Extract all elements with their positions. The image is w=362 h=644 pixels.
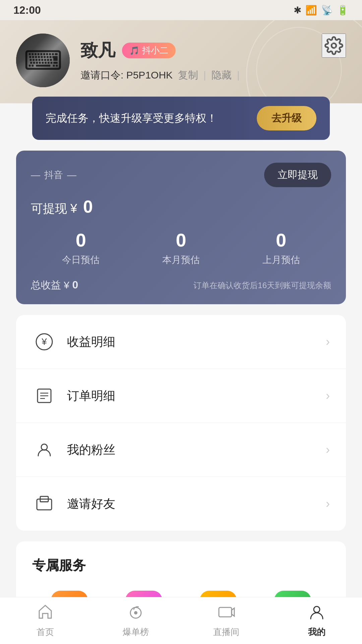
- signal-icon: 📶: [305, 5, 317, 16]
- platform-dash-1: —: [31, 170, 40, 180]
- arrow-icon-2: ›: [326, 389, 330, 403]
- nav-mine-label: 我的: [308, 626, 325, 638]
- nav-hotlist[interactable]: 爆单榜: [90, 598, 181, 643]
- withdraw-button[interactable]: 立即提现: [264, 163, 331, 187]
- arrow-icon-3: ›: [326, 443, 330, 457]
- divider-1: |: [203, 69, 206, 81]
- invite-row: 邀请口令: P5P1OHK 复制 | 隐藏 |: [80, 68, 346, 82]
- earnings-stats: 0 今日预估 0 本月预估 0 上月预估: [31, 229, 331, 266]
- services-title: 专属服务: [32, 556, 330, 575]
- month-stat: 0 本月预估: [162, 229, 200, 266]
- earnings-footer: 总收益 ¥ 0 订单在确认收货后16天到账可提现余额: [31, 278, 331, 292]
- total-earnings: 总收益 ¥ 0: [31, 278, 78, 292]
- profile-info: 致凡 🎵 抖小二 邀请口令: P5P1OHK 复制 | 隐藏 |: [80, 39, 346, 82]
- invite-code: P5P1OHK: [126, 69, 173, 80]
- settings-button[interactable]: [322, 34, 346, 58]
- battery-icon: 🔋: [337, 5, 349, 16]
- svg-rect-8: [37, 499, 52, 510]
- status-time: 12:00: [13, 4, 41, 16]
- menu-item-fans[interactable]: 我的粉丝 ›: [16, 423, 346, 477]
- status-icons: ✱ 📶 📡 🔋: [294, 5, 349, 16]
- menu-card: ¥ 收益明细 › 订单明细 › 我的粉丝 ›: [16, 315, 346, 531]
- earnings-platform: — 抖音 —: [31, 169, 76, 181]
- upgrade-banner: 完成任务，快速升级享受更多特权！ 去升级: [32, 97, 330, 140]
- copy-button[interactable]: 复制: [178, 68, 198, 82]
- nav-live[interactable]: 直播间: [181, 598, 272, 643]
- profile-badge: 🎵 抖小二: [122, 43, 176, 58]
- live-icon: [218, 603, 235, 624]
- badge-label: 抖小二: [142, 45, 168, 56]
- today-stat: 0 今日预估: [62, 229, 100, 266]
- earnings-card: — 抖音 — 立即提现 可提现 ¥ 0 0 今日预估 0 本月预估 0 上月预估…: [16, 151, 346, 304]
- divider-2: |: [237, 69, 240, 81]
- menu-item-invite[interactable]: 邀请好友 ›: [16, 477, 346, 531]
- invite-icon: [32, 492, 56, 516]
- earnings-available: 可提现 ¥ 0: [31, 197, 331, 217]
- fans-label: 我的粉丝: [67, 442, 326, 458]
- earnings-icon: ¥: [32, 330, 56, 354]
- platform-dash-2: —: [67, 170, 76, 180]
- wifi-icon: 📡: [321, 5, 333, 16]
- orders-icon: [32, 384, 56, 408]
- profile-name: 致凡: [80, 39, 115, 62]
- arrow-icon: ›: [326, 335, 330, 349]
- earnings-note: 订单在确认收货后16天到账可提现余额: [193, 280, 331, 291]
- avatar-image: [16, 34, 70, 87]
- month-value: 0: [162, 229, 200, 251]
- gear-icon: [324, 36, 343, 55]
- avatar: [16, 34, 70, 87]
- svg-point-7: [41, 444, 47, 450]
- nav-home-label: 首页: [37, 626, 54, 638]
- music-icon: 🎵: [129, 46, 139, 55]
- nav-mine[interactable]: 我的: [272, 598, 362, 643]
- earnings-label: 收益明细: [67, 334, 326, 350]
- upgrade-button[interactable]: 去升级: [257, 106, 316, 130]
- fans-icon: [32, 438, 56, 462]
- home-icon: [37, 603, 54, 624]
- arrow-icon-4: ›: [326, 497, 330, 511]
- svg-point-14: [314, 606, 320, 612]
- profile-section: 致凡 🎵 抖小二 邀请口令: P5P1OHK 复制 | 隐藏 |: [0, 20, 362, 103]
- total-amount: 0: [72, 279, 78, 291]
- today-value: 0: [62, 229, 100, 251]
- earnings-header: — 抖音 — 立即提现: [31, 163, 331, 187]
- available-label: 可提现: [31, 202, 67, 215]
- bottom-nav: 首页 爆单榜 直播间 我的: [0, 597, 362, 644]
- today-label: 今日预估: [62, 254, 100, 266]
- nav-live-label: 直播间: [213, 626, 239, 638]
- menu-item-orders[interactable]: 订单明细 ›: [16, 369, 346, 423]
- month-label: 本月预估: [162, 254, 200, 266]
- invite-label: 邀请口令: P5P1OHK: [80, 68, 173, 82]
- orders-label: 订单明细: [67, 388, 326, 404]
- total-symbol: ¥: [64, 279, 69, 290]
- invite-label: 邀请好友: [67, 496, 326, 512]
- status-bar: 12:00 ✱ 📶 📡 🔋: [0, 0, 362, 20]
- platform-name: 抖音: [44, 169, 63, 181]
- last-month-value: 0: [262, 229, 300, 251]
- svg-point-0: [331, 43, 336, 48]
- upgrade-text: 完成任务，快速升级享受更多特权！: [46, 111, 217, 126]
- profile-row: 致凡 🎵 抖小二 邀请口令: P5P1OHK 复制 | 隐藏 |: [16, 34, 346, 87]
- nav-home[interactable]: 首页: [0, 598, 90, 643]
- svg-rect-13: [219, 607, 232, 617]
- available-amount: 0: [83, 197, 93, 216]
- last-month-label: 上月预估: [262, 254, 300, 266]
- bluetooth-icon: ✱: [294, 5, 301, 16]
- total-label: 总收益: [31, 279, 61, 290]
- mine-icon: [308, 603, 325, 624]
- svg-text:¥: ¥: [41, 336, 47, 347]
- svg-point-12: [134, 611, 137, 614]
- nav-hotlist-label: 爆单榜: [123, 626, 149, 638]
- hotlist-icon: [127, 603, 144, 624]
- hide-button[interactable]: 隐藏: [212, 68, 232, 82]
- profile-name-row: 致凡 🎵 抖小二: [80, 39, 346, 62]
- last-month-stat: 0 上月预估: [262, 229, 300, 266]
- available-symbol: ¥: [70, 202, 77, 215]
- menu-item-earnings[interactable]: ¥ 收益明细 ›: [16, 315, 346, 369]
